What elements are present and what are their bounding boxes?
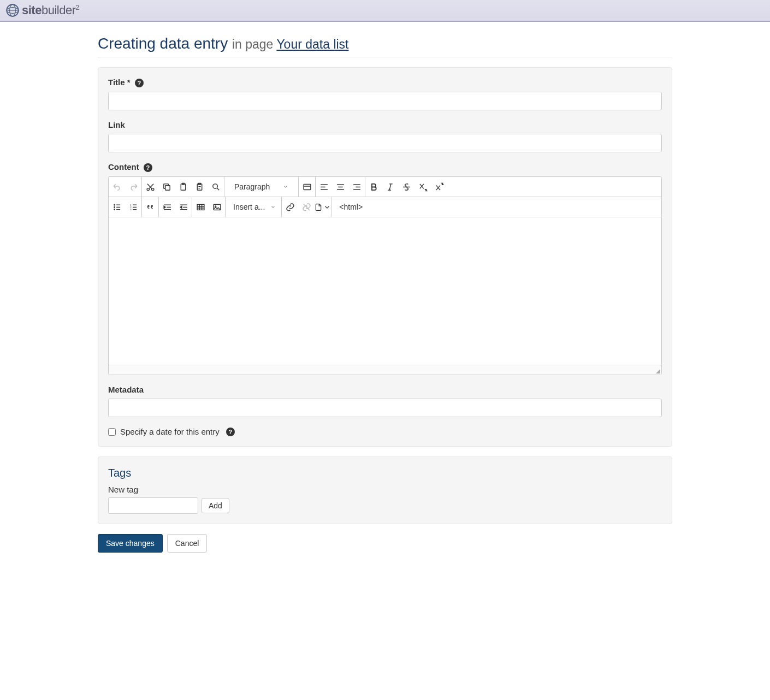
numbered-list-icon: 123 <box>129 203 138 212</box>
add-tag-button[interactable]: Add <box>202 498 229 513</box>
table-button[interactable] <box>192 197 209 217</box>
quote-icon <box>146 203 155 212</box>
logo-text: sitebuilder2 <box>22 3 79 17</box>
metadata-input[interactable] <box>108 399 662 417</box>
unlink-icon <box>302 203 311 212</box>
italic-button[interactable] <box>382 177 398 197</box>
page-title: Creating data entry in page Your data li… <box>98 35 672 57</box>
bullet-list-button[interactable] <box>109 197 125 217</box>
svg-point-4 <box>147 188 149 190</box>
topbar: sitebuilder2 <box>0 0 770 22</box>
svg-rect-12 <box>304 184 311 189</box>
svg-point-14 <box>114 206 114 207</box>
file-button[interactable] <box>315 197 331 217</box>
align-right-icon <box>352 182 362 192</box>
redo-button[interactable] <box>125 177 141 197</box>
chevron-down-icon <box>270 204 276 210</box>
subscript-icon <box>418 182 428 192</box>
redo-icon <box>129 182 138 192</box>
rich-text-editor: Paragraph <box>108 176 662 375</box>
svg-text:3: 3 <box>130 208 132 211</box>
bullet-list-icon <box>112 203 122 212</box>
svg-rect-6 <box>165 185 170 190</box>
chevron-down-icon <box>283 184 288 189</box>
chevron-down-icon <box>323 203 331 212</box>
align-center-icon <box>336 182 345 192</box>
indent-button[interactable] <box>159 197 175 217</box>
image-button[interactable] <box>209 197 225 217</box>
clipboard-text-icon <box>195 182 204 192</box>
page-link[interactable]: Your data list <box>276 37 348 51</box>
svg-point-11 <box>212 183 217 188</box>
logo[interactable]: sitebuilder2 <box>5 3 79 17</box>
paste-button[interactable] <box>175 177 191 197</box>
globe-icon <box>5 3 20 17</box>
align-left-icon <box>319 182 329 192</box>
html-source-button[interactable]: <html> <box>331 203 370 211</box>
specify-date-label: Specify a date for this entry <box>120 427 220 436</box>
svg-point-13 <box>114 204 114 205</box>
tags-title: Tags <box>108 467 662 479</box>
image-icon <box>212 203 222 212</box>
unlink-button[interactable] <box>298 197 315 217</box>
new-tag-input[interactable] <box>108 497 198 514</box>
scissors-icon <box>146 182 155 192</box>
strikethrough-button[interactable] <box>398 177 414 197</box>
specify-date-checkbox[interactable] <box>108 428 116 436</box>
align-center-button[interactable] <box>332 177 348 197</box>
paste-text-button[interactable] <box>191 177 208 197</box>
superscript-icon <box>435 182 444 192</box>
main-panel: Title * ? Link Content ? <box>98 67 672 447</box>
toolbar-row-1: Paragraph <box>109 177 661 197</box>
blockquote-button[interactable] <box>142 197 158 217</box>
outdent-icon <box>179 203 188 212</box>
svg-point-15 <box>114 209 114 210</box>
clipboard-icon <box>179 182 188 192</box>
link-button[interactable] <box>282 197 298 217</box>
insert-select[interactable]: Insert a... <box>226 197 281 217</box>
content-editor-area[interactable] <box>109 217 661 365</box>
help-icon[interactable]: ? <box>144 163 152 172</box>
strikethrough-icon <box>402 182 411 192</box>
outdent-button[interactable] <box>175 197 192 217</box>
link-icon <box>286 203 295 212</box>
table-icon <box>196 203 205 212</box>
copy-button[interactable] <box>158 177 175 197</box>
content-label: Content ? <box>108 162 662 172</box>
resize-handle[interactable] <box>655 368 660 373</box>
bold-button[interactable] <box>365 177 382 197</box>
italic-icon <box>386 182 395 192</box>
title-input[interactable] <box>108 92 662 110</box>
link-label: Link <box>108 120 662 129</box>
cut-button[interactable] <box>142 177 158 197</box>
editor-footer <box>109 365 661 375</box>
help-icon[interactable]: ? <box>135 79 144 87</box>
search-icon <box>211 182 221 192</box>
bold-icon <box>369 182 378 192</box>
align-right-button[interactable] <box>348 177 365 197</box>
title-label: Title * ? <box>108 78 662 87</box>
help-icon[interactable]: ? <box>226 428 235 436</box>
file-icon <box>315 203 322 212</box>
metadata-label: Metadata <box>108 385 662 394</box>
tags-panel: Tags New tag Add <box>98 456 672 524</box>
layout-icon <box>303 182 312 192</box>
find-button[interactable] <box>208 177 224 197</box>
save-button[interactable]: Save changes <box>98 534 163 553</box>
undo-button[interactable] <box>109 177 125 197</box>
new-tag-label: New tag <box>108 485 662 494</box>
undo-icon <box>112 182 122 192</box>
copy-icon <box>162 182 171 192</box>
subscript-button[interactable] <box>414 177 431 197</box>
svg-point-5 <box>151 188 153 190</box>
align-left-button[interactable] <box>316 177 332 197</box>
numbered-list-button[interactable]: 123 <box>125 197 141 217</box>
link-input[interactable] <box>108 134 662 152</box>
toolbar-row-2: 123 Insert a... <box>109 197 661 217</box>
cancel-button[interactable]: Cancel <box>167 534 208 553</box>
layout-button[interactable] <box>299 177 315 197</box>
superscript-button[interactable] <box>431 177 447 197</box>
paragraph-select[interactable]: Paragraph <box>224 177 298 197</box>
indent-icon <box>163 203 172 212</box>
svg-rect-19 <box>197 204 204 210</box>
